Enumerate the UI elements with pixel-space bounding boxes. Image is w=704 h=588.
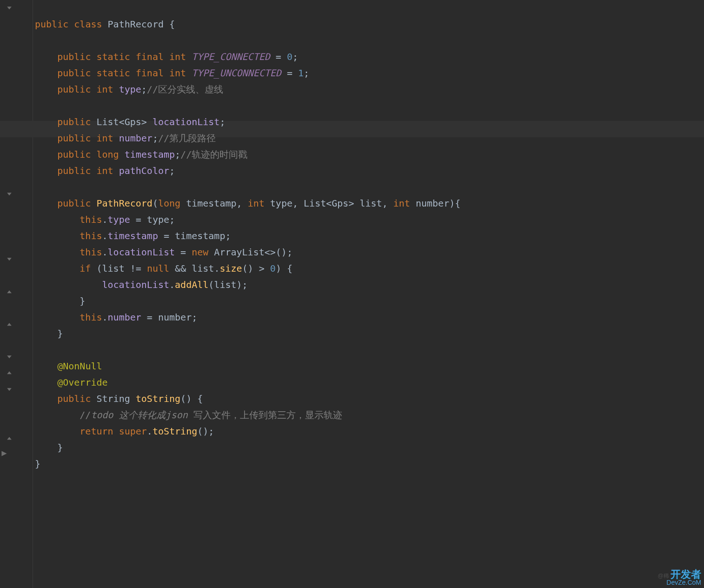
run-arrow-icon[interactable] [1,446,7,569]
code-line[interactable]: } [35,293,704,309]
code-line[interactable]: //todo 这个转化成json 写入文件，上传到第三方，显示轨迹 [35,407,704,423]
code-line[interactable]: @NonNull [35,358,704,374]
fold-icon[interactable] [7,192,12,198]
fold-icon[interactable] [7,371,12,376]
fold-icon[interactable] [7,436,12,442]
fold-icon[interactable] [7,322,12,328]
fold-icon[interactable] [7,257,12,263]
code-editor[interactable]: public class PathRecord { public static … [0,0,704,588]
code-line[interactable]: public long timestamp;//轨迹的时间戳 [35,147,704,163]
code-line[interactable]: if (list != null && list.size() > 0) { [35,261,704,277]
code-line[interactable]: locationList.addAll(list); [35,277,704,293]
code-line[interactable] [35,33,704,49]
editor-gutter [0,0,33,588]
code-line[interactable]: public static final int TYPE_UNCONNECTED… [35,65,704,81]
code-line[interactable]: return super.toString(); [35,423,704,440]
code-line[interactable] [35,98,704,114]
watermark-sub: DevZe.CoM [666,579,701,586]
code-line[interactable]: public class PathRecord { [35,16,704,33]
code-line[interactable]: } [35,440,704,456]
code-line[interactable]: public List<Gps> locationList; [35,114,704,130]
code-line[interactable]: this.timestamp = timestamp; [35,228,704,244]
code-content[interactable]: public class PathRecord { public static … [35,0,704,588]
code-line[interactable] [35,179,704,195]
code-line[interactable]: public String toString() { [35,391,704,407]
watermark: @稀 开发者 DevZe.CoM [658,571,701,586]
fold-icon[interactable] [7,388,12,393]
code-line[interactable]: public int number;//第几段路径 [35,130,704,147]
code-line[interactable]: this.number = number; [35,309,704,326]
code-line[interactable]: } [35,456,704,472]
code-line[interactable]: @Override [35,374,704,391]
fold-icon[interactable] [7,355,12,361]
code-line[interactable]: public PathRecord(long timestamp, int ty… [35,195,704,212]
code-line[interactable]: this.type = type; [35,212,704,228]
watermark-small: @稀 [658,573,669,579]
code-line[interactable]: public static final int TYPE_CONNECTED =… [35,49,704,65]
fold-icon[interactable] [7,290,12,295]
fold-icon[interactable] [7,6,12,12]
code-line[interactable]: } [35,326,704,342]
code-line[interactable] [35,342,704,358]
code-line[interactable] [35,0,704,16]
code-line[interactable]: public int pathColor; [35,163,704,179]
code-line[interactable]: this.locationList = new ArrayList<>(); [35,244,704,261]
code-line[interactable]: public int type;//区分实线、虚线 [35,81,704,98]
